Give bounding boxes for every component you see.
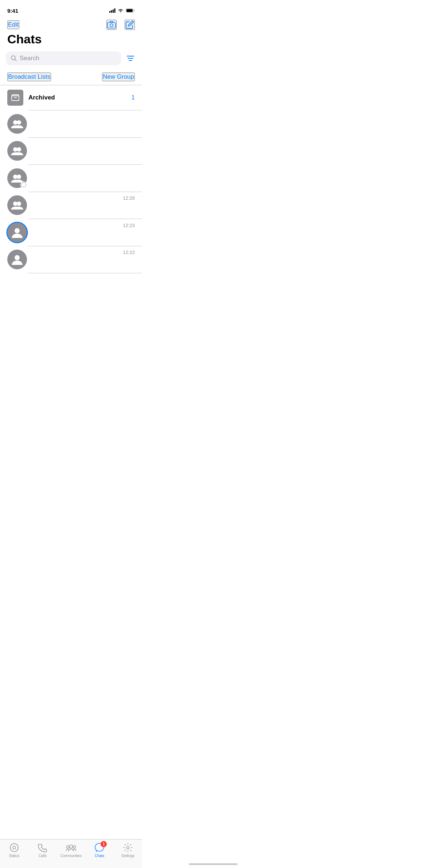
svg-point-25 (15, 228, 20, 233)
status-bar: 9:41 (0, 0, 142, 18)
chat-preview (32, 209, 135, 215)
chat-name (32, 117, 135, 125)
edit-button[interactable]: Edit (7, 20, 19, 29)
archive-icon-container (7, 90, 23, 106)
status-time: 9:41 (7, 8, 18, 14)
camera-icon (107, 21, 116, 29)
avatar (7, 141, 27, 161)
search-icon (11, 55, 17, 61)
archive-icon (11, 94, 19, 101)
search-bar[interactable]: Search (6, 51, 121, 65)
chat-name (32, 145, 135, 152)
page-title: Chats (0, 30, 142, 51)
avatar (7, 168, 27, 188)
filter-button[interactable] (125, 52, 136, 64)
svg-point-7 (110, 24, 113, 27)
chat-preview (32, 125, 135, 131)
chat-top-row: 12:23 (32, 223, 135, 228)
camera-button[interactable] (106, 20, 117, 30)
avatar (7, 223, 27, 242)
avatar (7, 195, 27, 215)
chat-item[interactable] (0, 165, 142, 192)
svg-rect-8 (110, 21, 113, 23)
chat-item[interactable] (0, 137, 142, 164)
search-placeholder: Search (20, 55, 39, 62)
chat-content: 12:26 (32, 195, 135, 215)
svg-rect-2 (113, 9, 114, 13)
svg-rect-1 (111, 10, 112, 13)
chat-name (32, 202, 135, 209)
chat-content: 12:23 (32, 223, 135, 242)
signal-icon (109, 8, 116, 13)
archived-count: 1 (132, 94, 135, 101)
svg-line-10 (15, 59, 17, 61)
chat-top-row: 12:22 (32, 250, 135, 255)
svg-point-21 (17, 175, 21, 179)
person-avatar-icon (11, 253, 23, 266)
chat-content (32, 144, 135, 158)
chat-preview (32, 179, 135, 185)
svg-rect-6 (108, 23, 116, 28)
chat-item[interactable]: 12:26 (0, 192, 142, 219)
svg-point-17 (17, 120, 21, 125)
action-row: Broadcast Lists New Group (0, 70, 142, 85)
content-area: Broadcast Lists New Group Archived 1 (0, 70, 142, 306)
chat-name (32, 256, 135, 263)
chat-time: 12:23 (123, 223, 135, 228)
chat-name (32, 172, 135, 179)
compose-button[interactable] (125, 20, 135, 30)
compose-icon (125, 20, 134, 29)
chat-content (32, 171, 135, 185)
muted-icon (21, 179, 26, 191)
chat-preview (32, 236, 135, 242)
status-icons (109, 8, 135, 13)
svg-rect-3 (114, 8, 116, 13)
svg-point-24 (17, 202, 21, 206)
chat-time: 12:26 (123, 195, 135, 201)
header: Edit (0, 18, 142, 30)
svg-point-26 (15, 255, 20, 260)
chat-preview (32, 152, 135, 158)
group-avatar-icon (11, 145, 23, 157)
svg-point-22 (22, 183, 26, 187)
svg-rect-14 (12, 96, 19, 101)
svg-rect-5 (126, 9, 133, 12)
chat-preview (32, 263, 135, 269)
person-avatar-icon (11, 226, 23, 239)
chat-divider (28, 273, 142, 273)
group-avatar-icon (11, 118, 23, 130)
svg-rect-0 (109, 11, 110, 13)
header-action-icons (106, 20, 135, 30)
avatar (7, 114, 27, 134)
battery-icon (126, 8, 135, 13)
chat-name (32, 229, 135, 236)
archived-label: Archived (28, 94, 126, 101)
chat-item[interactable] (0, 110, 142, 137)
chat-content: 12:22 (32, 250, 135, 269)
group-avatar-icon (11, 199, 23, 211)
avatar (7, 250, 27, 269)
filter-icon (127, 55, 134, 61)
chat-top-row: 12:26 (32, 195, 135, 201)
chat-time: 12:22 (123, 250, 135, 255)
search-container: Search (0, 51, 142, 70)
chat-content (32, 117, 135, 131)
chat-item[interactable]: 12:22 (0, 246, 142, 273)
archived-row[interactable]: Archived 1 (0, 85, 142, 110)
svg-point-19 (17, 147, 21, 152)
wifi-icon (118, 8, 124, 13)
new-group-button[interactable]: New Group (102, 73, 135, 81)
muted-badge (20, 181, 27, 188)
broadcast-lists-button[interactable]: Broadcast Lists (7, 73, 51, 81)
chat-item[interactable]: 12:23 (0, 219, 142, 246)
